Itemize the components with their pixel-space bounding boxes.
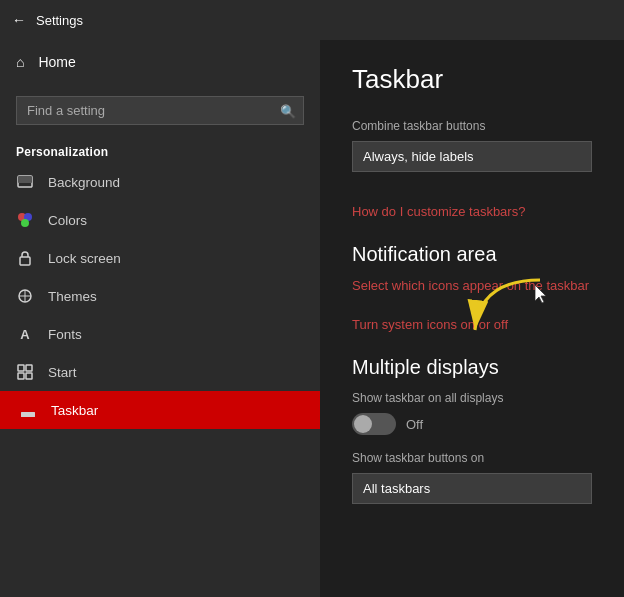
show-taskbar-toggle[interactable] xyxy=(352,413,396,435)
search-input[interactable] xyxy=(16,96,304,125)
svg-rect-8 xyxy=(26,365,32,371)
sidebar-item-lock-screen[interactable]: Lock screen xyxy=(0,239,320,277)
start-icon xyxy=(16,363,34,381)
sidebar-item-themes[interactable]: Themes xyxy=(0,277,320,315)
sidebar-search-container: 🔍 xyxy=(16,96,304,125)
svg-rect-7 xyxy=(18,365,24,371)
title-bar: ← Settings xyxy=(0,0,624,40)
title-bar-title: Settings xyxy=(36,13,83,28)
select-icons-link[interactable]: Select which icons appear on the taskbar xyxy=(352,278,592,293)
back-button[interactable]: ← xyxy=(12,12,26,28)
show-taskbar-buttons-dropdown[interactable]: All taskbars Main taskbar only xyxy=(352,473,592,504)
toggle-state-label: Off xyxy=(406,417,423,432)
sidebar-item-start-label: Start xyxy=(48,365,77,380)
svg-point-4 xyxy=(21,219,29,227)
sidebar-item-themes-label: Themes xyxy=(48,289,97,304)
show-taskbar-label: Show taskbar on all displays xyxy=(352,391,592,405)
sidebar-item-fonts-label: Fonts xyxy=(48,327,82,342)
multiple-displays-heading: Multiple displays xyxy=(352,356,592,379)
sidebar-item-colors[interactable]: Colors xyxy=(0,201,320,239)
home-icon: ⌂ xyxy=(16,54,24,70)
sidebar: ⌂ Home 🔍 Personalization Background Colo… xyxy=(0,40,320,597)
page-title: Taskbar xyxy=(352,64,592,95)
sidebar-item-background[interactable]: Background xyxy=(0,163,320,201)
sidebar-item-taskbar-label: Taskbar xyxy=(51,403,98,418)
svg-rect-5 xyxy=(20,257,30,265)
system-icons-link[interactable]: Turn system icons on or off xyxy=(352,317,592,332)
taskbar-toggle-row: Off xyxy=(352,413,592,435)
sidebar-item-start[interactable]: Start xyxy=(0,353,320,391)
notification-area-heading: Notification area xyxy=(352,243,592,266)
lock-screen-icon xyxy=(16,249,34,267)
search-icon: 🔍 xyxy=(280,103,296,118)
svg-rect-11 xyxy=(21,412,35,417)
show-taskbar-buttons-label: Show taskbar buttons on xyxy=(352,451,592,465)
customize-taskbars-link[interactable]: How do I customize taskbars? xyxy=(352,204,592,219)
content-area: Taskbar Combine taskbar buttons Always, … xyxy=(320,40,624,597)
sidebar-item-fonts[interactable]: A Fonts xyxy=(0,315,320,353)
svg-rect-9 xyxy=(18,373,24,379)
sidebar-home-label: Home xyxy=(38,54,75,70)
taskbar-icon xyxy=(19,401,37,419)
sidebar-item-background-label: Background xyxy=(48,175,120,190)
colors-icon xyxy=(16,211,34,229)
themes-icon xyxy=(16,287,34,305)
sidebar-section-label: Personalization xyxy=(0,137,320,163)
combine-dropdown[interactable]: Always, hide labels When taskbar is full… xyxy=(352,141,592,172)
svg-rect-10 xyxy=(26,373,32,379)
svg-rect-1 xyxy=(18,176,32,183)
fonts-icon: A xyxy=(16,325,34,343)
sidebar-item-colors-label: Colors xyxy=(48,213,87,228)
sidebar-item-home[interactable]: ⌂ Home xyxy=(0,40,320,84)
toggle-knob xyxy=(354,415,372,433)
sidebar-item-lock-screen-label: Lock screen xyxy=(48,251,121,266)
combine-label: Combine taskbar buttons xyxy=(352,119,592,133)
main-layout: ⌂ Home 🔍 Personalization Background Colo… xyxy=(0,40,624,597)
background-icon xyxy=(16,173,34,191)
sidebar-item-taskbar[interactable]: Taskbar xyxy=(0,391,320,429)
